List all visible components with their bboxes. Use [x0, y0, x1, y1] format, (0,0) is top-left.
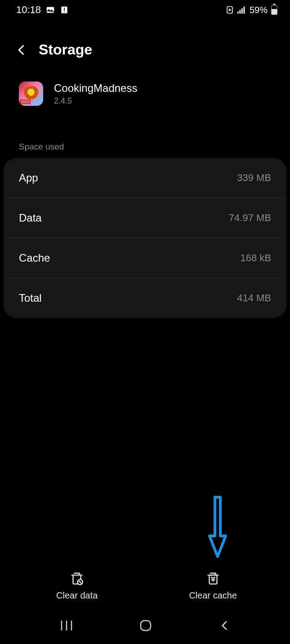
clear-data-button[interactable]: Clear data	[32, 571, 122, 601]
action-label: Clear cache	[189, 590, 237, 601]
app-version: 2.4.5	[54, 96, 137, 106]
svg-rect-3	[64, 11, 65, 12]
svg-rect-5	[237, 12, 239, 14]
svg-rect-8	[244, 7, 245, 14]
row-label: Cache	[19, 252, 50, 264]
action-label: Clear data	[56, 590, 98, 601]
row-value: 74.97 MB	[229, 212, 271, 224]
battery-icon	[271, 5, 277, 15]
picture-icon	[45, 5, 55, 15]
system-navbar	[0, 609, 290, 644]
battery-percent: 59%	[250, 5, 268, 15]
data-saver-icon	[225, 5, 234, 14]
signal-icon	[237, 5, 247, 14]
back-button[interactable]	[219, 619, 230, 634]
clear-cache-icon	[205, 571, 221, 586]
clear-data-icon	[69, 571, 85, 586]
row-app: App 339 MB	[4, 158, 286, 198]
bottom-actions: Clear data Clear cache	[0, 571, 290, 609]
svg-point-12	[214, 577, 215, 578]
svg-rect-0	[47, 7, 54, 13]
svg-point-11	[211, 577, 212, 578]
app-info: CookingMadness 2.4.5	[0, 63, 290, 110]
alert-icon	[60, 5, 69, 14]
page-title: Storage	[39, 41, 92, 58]
svg-rect-7	[241, 8, 243, 14]
app-icon	[19, 82, 43, 106]
svg-rect-6	[239, 10, 241, 14]
row-value: 414 MB	[237, 292, 271, 304]
status-time: 10:18	[16, 4, 41, 16]
back-icon[interactable]	[15, 42, 28, 58]
row-label: Total	[19, 292, 42, 304]
row-label: App	[19, 172, 38, 184]
svg-rect-16	[141, 621, 151, 630]
home-button[interactable]	[139, 619, 152, 634]
row-total: Total 414 MB	[4, 278, 286, 318]
annotation-arrow-icon	[208, 495, 228, 558]
row-value: 168 kB	[241, 252, 272, 264]
app-name: CookingMadness	[54, 82, 137, 95]
row-label: Data	[19, 212, 42, 224]
status-bar: 10:18 59%	[0, 0, 290, 20]
storage-card: App 339 MB Data 74.97 MB Cache 168 kB To…	[4, 158, 286, 318]
svg-rect-2	[64, 8, 65, 11]
header: Storage	[0, 20, 290, 63]
clear-cache-button[interactable]: Clear cache	[168, 571, 258, 601]
section-label: Space used	[0, 110, 290, 156]
row-cache: Cache 168 kB	[4, 238, 286, 278]
recents-button[interactable]	[60, 620, 73, 633]
row-value: 339 MB	[237, 172, 271, 184]
row-data: Data 74.97 MB	[4, 198, 286, 238]
